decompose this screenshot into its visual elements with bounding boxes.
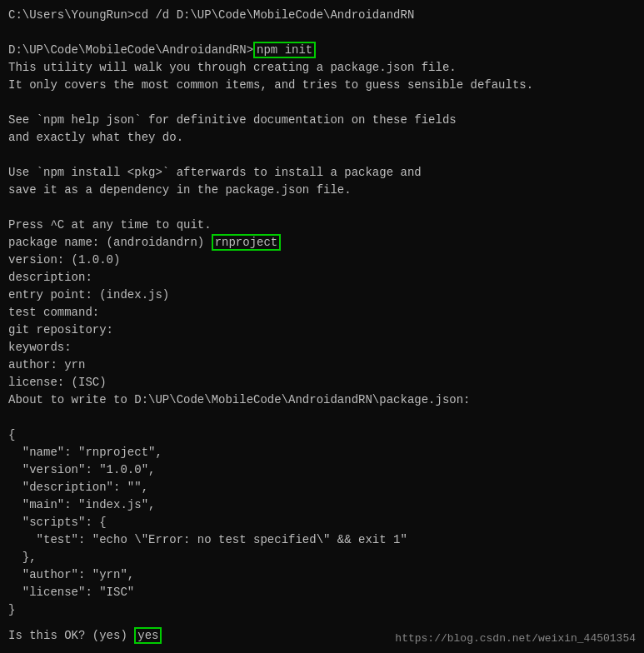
terminal-line: "main": "index.js",	[8, 496, 636, 514]
terminal-window: C:\Users\YoungRun>cd /d D:\UP\Code\Mobil…	[0, 0, 644, 653]
yes-box: yes	[134, 627, 162, 644]
terminal-line: This utility will walk you through creat…	[8, 59, 636, 77]
terminal-line: save it as a dependency in the package.j…	[8, 182, 636, 199]
terminal-line: "scripts": {	[8, 514, 636, 531]
terminal-line: See `npm help json` for definitive docum…	[8, 112, 636, 129]
terminal-line: "description": "",	[8, 479, 636, 496]
terminal-line: keywords:	[8, 339, 636, 356]
terminal-line: About to write to D:\UP\Code\MobileCode\…	[8, 391, 636, 409]
terminal-line	[8, 24, 636, 42]
terminal-line: "license": "ISC"	[8, 584, 636, 601]
terminal-line: description:	[8, 269, 636, 287]
terminal-line: git repository:	[8, 322, 636, 339]
terminal-line: It only covers the most common items, an…	[8, 77, 636, 94]
terminal-line: "version": "1.0.0",	[8, 461, 636, 479]
terminal-line: entry point: (index.js)	[8, 287, 636, 304]
terminal-line: "author": "yrn",	[8, 566, 636, 584]
ok-prompt-text: Is this OK? (yes) yes	[8, 627, 162, 644]
rnproject-box: rnproject	[212, 234, 282, 251]
terminal-line: }	[8, 601, 636, 619]
terminal-line	[8, 409, 636, 426]
terminal-line: "name": "rnproject",	[8, 444, 636, 461]
terminal-line: Use `npm install <pkg>` afterwards to in…	[8, 164, 636, 182]
terminal-line: D:\UP\Code\MobileCode\AndroidandRN>npm i…	[8, 42, 636, 59]
terminal-line	[8, 199, 636, 217]
terminal-line: author: yrn	[8, 356, 636, 374]
bottom-prompt-line: Is this OK? (yes) yes	[8, 627, 162, 645]
terminal-line: {	[8, 426, 636, 444]
terminal-line	[8, 147, 636, 164]
terminal-line: "test": "echo \"Error: no test specified…	[8, 531, 636, 549]
terminal-line: Press ^C at any time to quit.	[8, 217, 636, 234]
terminal-line: and exactly what they do.	[8, 129, 636, 147]
terminal-line: },	[8, 549, 636, 566]
terminal-line: version: (1.0.0)	[8, 252, 636, 269]
npm-init-box: npm init	[253, 42, 316, 58]
terminal-line: test command:	[8, 304, 636, 322]
terminal-line: license: (ISC)	[8, 374, 636, 391]
terminal-line: C:\Users\YoungRun>cd /d D:\UP\Code\Mobil…	[8, 7, 636, 24]
terminal-line	[8, 94, 636, 112]
terminal-line: package name: (androidandrn) rnproject	[8, 234, 636, 252]
watermark-text: https://blog.csdn.net/weixin_44501354	[395, 632, 636, 645]
